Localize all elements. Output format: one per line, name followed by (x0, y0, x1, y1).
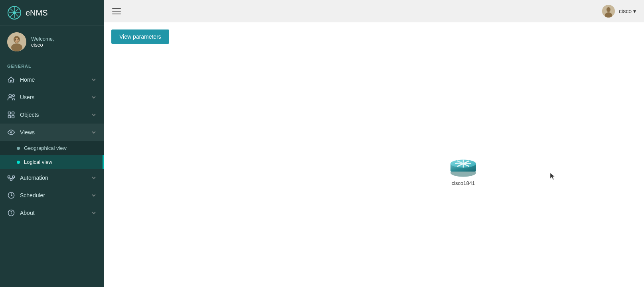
hamburger-menu[interactable] (112, 8, 121, 14)
scheduler-chevron-icon (91, 192, 97, 199)
device-cisco1841[interactable]: cisco1841 (447, 154, 479, 186)
geo-view-label: Geographical view (24, 145, 67, 151)
sidebar-item-geographical-view[interactable]: Geographical view (0, 141, 104, 155)
svg-rect-25 (8, 176, 10, 178)
nav-views-label: Views (20, 129, 35, 136)
nav-objects-label: Objects (20, 112, 39, 118)
svg-point-24 (10, 132, 12, 133)
svg-line-6 (10, 9, 13, 11)
hamburger-line-1 (112, 8, 121, 9)
main-content: View parameters (104, 22, 644, 287)
logical-view-label: Logical view (24, 159, 52, 165)
sidebar-username: cisco (31, 42, 54, 48)
general-section-label: GENERAL (0, 58, 104, 71)
sidebar: eNMS Welcome, cisco GENERAL (0, 0, 104, 287)
svg-rect-20 (8, 112, 11, 114)
svg-point-31 (11, 211, 11, 212)
nav-users-label: Users (20, 94, 35, 100)
geo-dot (17, 147, 20, 150)
views-icon (7, 128, 15, 136)
automation-chevron-icon (91, 175, 97, 181)
topbar-avatar-image (602, 5, 615, 18)
topbar-username-text: cisco (619, 8, 632, 14)
views-chevron-icon (91, 129, 97, 136)
svg-point-12 (11, 43, 22, 51)
home-icon (7, 76, 15, 84)
nav-users[interactable]: Users (0, 88, 104, 106)
home-chevron-icon (91, 77, 97, 83)
svg-point-16 (15, 39, 16, 41)
enms-logo-icon (7, 6, 22, 20)
svg-marker-43 (550, 173, 555, 180)
main-area: cisco ▾ View parameters (104, 0, 644, 287)
nav-home-label: Home (20, 77, 35, 83)
sidebar-item-logical-view[interactable]: Logical view (0, 155, 104, 169)
svg-rect-23 (12, 116, 14, 118)
nav-automation[interactable]: Automation (0, 169, 104, 187)
nav-about-label: About (20, 210, 35, 216)
svg-rect-22 (8, 116, 11, 118)
view-parameters-button[interactable]: View parameters (111, 29, 169, 44)
nav-about[interactable]: About (0, 204, 104, 222)
svg-point-42 (456, 161, 464, 164)
about-chevron-icon (91, 210, 97, 216)
topbar-avatar (602, 5, 615, 18)
nav-automation-label: Automation (20, 175, 48, 181)
svg-point-17 (18, 39, 19, 41)
users-chevron-icon (91, 94, 97, 100)
hamburger-line-2 (112, 11, 121, 12)
topbar-username[interactable]: cisco ▾ (619, 8, 636, 14)
nav-views[interactable]: Views (0, 124, 104, 141)
svg-line-8 (16, 9, 18, 11)
about-icon (7, 209, 15, 217)
router-icon (447, 154, 479, 178)
views-sub-nav: Geographical view Logical view (0, 141, 104, 169)
topbar: cisco ▾ (104, 0, 644, 22)
avatar (7, 32, 26, 51)
svg-rect-26 (12, 176, 14, 178)
user-section: Welcome, cisco (0, 26, 104, 58)
app-name: eNMS (26, 8, 48, 18)
nav-home[interactable]: Home (0, 71, 104, 88)
topbar-right: cisco ▾ (602, 5, 636, 18)
svg-line-7 (16, 14, 18, 17)
svg-rect-21 (12, 112, 14, 114)
nav-scheduler-label: Scheduler (20, 192, 45, 199)
device-name-label: cisco1841 (452, 180, 475, 186)
objects-icon (7, 111, 15, 119)
svg-point-33 (606, 7, 610, 12)
welcome-label: Welcome, (31, 36, 54, 42)
svg-point-1 (13, 11, 16, 14)
topbar-chevron: ▾ (633, 8, 636, 14)
logical-dot (17, 161, 20, 164)
nav-objects[interactable]: Objects (0, 106, 104, 124)
objects-chevron-icon (91, 112, 97, 118)
automation-icon (7, 174, 15, 182)
scheduler-icon (7, 191, 15, 199)
users-icon (7, 93, 15, 101)
mouse-cursor (550, 173, 555, 180)
svg-point-18 (9, 94, 12, 97)
sidebar-logo: eNMS (0, 0, 104, 26)
hamburger-line-3 (112, 14, 121, 14)
avatar-image (7, 32, 26, 51)
svg-line-9 (10, 14, 13, 17)
nav-scheduler[interactable]: Scheduler (0, 187, 104, 204)
user-info: Welcome, cisco (31, 36, 54, 48)
svg-point-19 (12, 94, 14, 96)
